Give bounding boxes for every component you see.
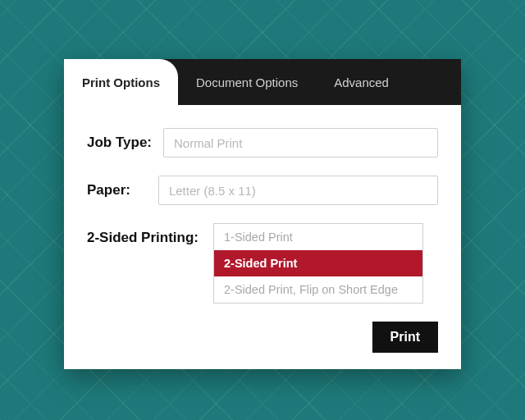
option-label: 2-Sided Print, Flip on Short Edge [224,283,398,296]
paper-select[interactable]: Letter (8.5 x 11) [158,176,438,205]
paper-row: Paper: Letter (8.5 x 11) [87,176,438,205]
two-sided-row: 2-Sided Printing: 1-Sided Print 2-Sided … [87,223,438,304]
paper-label: Paper: [87,182,130,199]
tab-bar: Print Options Document Options Advanced [64,59,461,105]
two-sided-option-1-sided[interactable]: 1-Sided Print [214,224,422,250]
tab-advanced[interactable]: Advanced [316,59,407,105]
tab-label: Advanced [334,75,389,89]
two-sided-option-flip-short-edge[interactable]: 2-Sided Print, Flip on Short Edge [214,276,422,303]
job-type-row: Job Type: Normal Print [87,128,438,158]
tab-print-options[interactable]: Print Options [64,59,178,105]
print-options-panel: Job Type: Normal Print Paper: Letter (8.… [64,105,461,369]
option-label: 2-Sided Print [224,257,297,270]
tab-label: Print Options [82,75,160,89]
two-sided-label: 2-Sided Printing: [87,230,199,245]
tab-label: Document Options [196,75,298,89]
dialog-footer: Print [87,322,438,353]
two-sided-option-2-sided[interactable]: 2-Sided Print [214,250,422,276]
job-type-value: Normal Print [174,136,242,150]
job-type-label: Job Type: [87,135,152,151]
paper-value: Letter (8.5 x 11) [169,184,256,198]
job-type-select[interactable]: Normal Print [163,128,438,158]
print-dialog: Print Options Document Options Advanced … [64,59,461,369]
print-button-label: Print [390,330,420,344]
tab-document-options[interactable]: Document Options [178,59,316,105]
option-label: 1-Sided Print [224,231,293,244]
print-button[interactable]: Print [372,322,438,353]
two-sided-dropdown[interactable]: 1-Sided Print 2-Sided Print 2-Sided Prin… [213,223,423,304]
